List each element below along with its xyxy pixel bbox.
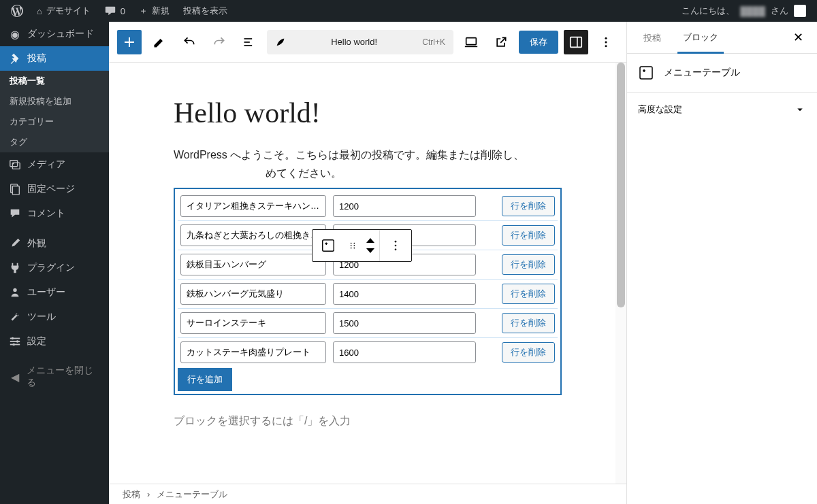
menu-table-row: 行を削除 [178,309,558,338]
menu-plugins[interactable]: プラグイン [0,256,109,280]
delete-row-button[interactable]: 行を削除 [502,254,555,275]
save-button[interactable]: 保存 [519,31,558,54]
site-home[interactable]: ⌂ デモサイト [31,0,96,22]
view-post[interactable]: 投稿を表示 [178,0,233,22]
comments-link[interactable]: 0 [99,0,131,22]
svg-rect-16 [571,37,582,47]
admin-sidebar: ◉ ダッシュボード 投稿 投稿一覧 新規投稿を追加 カテゴリー タグ メディア … [0,22,109,504]
svg-point-29 [395,245,397,247]
undo-button[interactable] [177,30,202,54]
menu-name-input[interactable] [180,224,326,246]
table-plus-icon [321,238,336,253]
block-appender-hint[interactable]: ブロックを選択するには「/」を入力 [174,414,562,429]
delete-row-button[interactable]: 行を削除 [502,342,555,363]
menu-posts[interactable]: 投稿 [0,46,109,71]
svg-point-5 [13,288,16,292]
advanced-settings-toggle[interactable]: 高度な設定 [627,92,817,127]
menu-users[interactable]: ユーザー [0,280,109,305]
settings-panel: 投稿 ブロック ✕ メニューテーブル 高度な設定 [626,22,817,504]
menu-table-row: 行を削除 [178,192,558,221]
post-title[interactable]: Hello world! [174,97,562,129]
menu-name-input[interactable] [180,283,326,305]
svg-rect-14 [244,45,253,46]
menu-price-input[interactable] [333,341,476,363]
delete-row-button[interactable]: 行を削除 [502,196,555,216]
menu-name-input[interactable] [180,312,326,334]
editor-canvas[interactable]: Hello world! WordPress へようこそ。こちらは最初の投稿です… [109,63,626,504]
delete-row-button[interactable]: 行を削除 [502,313,555,333]
table-plus-icon [638,65,654,81]
menu-dashboard[interactable]: ◉ ダッシュボード [0,22,109,46]
settings-panel-toggle[interactable] [564,30,588,54]
svg-rect-31 [640,67,652,79]
svg-point-19 [605,41,607,43]
delete-row-button[interactable]: 行を削除 [502,225,555,246]
tab-post[interactable]: 投稿 [638,22,667,52]
close-panel-button[interactable]: ✕ [790,29,806,46]
breadcrumb-root[interactable]: 投稿 [123,488,140,501]
add-row-button[interactable]: 行を追加 [178,368,232,391]
close-icon: ✕ [793,30,803,45]
wordpress-logo[interactable] [5,0,29,22]
post-paragraph[interactable]: WordPress へようこそ。こちらは最初の投稿です。編集または削除し、めてく… [174,146,562,182]
menu-pages[interactable]: 固定ページ [0,177,109,201]
list-icon [242,35,256,49]
submenu-tags[interactable]: タグ [0,132,109,152]
move-buttons[interactable] [362,230,379,261]
svg-rect-4 [12,186,19,195]
svg-rect-21 [323,240,334,252]
plugin-icon [8,261,22,275]
user-avatar[interactable] [794,5,806,17]
menu-name-input[interactable] [180,254,326,275]
menu-table-row: 行を削除 [178,280,558,309]
menu-price-input[interactable] [333,195,476,217]
block-toolbar [312,229,412,262]
menu-table-block[interactable]: 行を削除行を削除行を削除行を削除行を削除行を削除行を追加 [174,188,562,395]
kebab-icon [389,239,402,252]
menu-media[interactable]: メディア [0,152,109,177]
svg-point-26 [351,248,352,249]
menu-name-input[interactable] [180,195,326,217]
tab-block[interactable]: ブロック [677,22,724,54]
breadcrumb-current[interactable]: メニューテーブル [157,488,227,501]
menu-appearance[interactable]: 外観 [0,231,109,256]
document-title-bar[interactable]: Hello world! Ctrl+K [267,30,453,54]
options-button[interactable] [594,30,618,54]
block-breadcrumb: 投稿 › メニューテーブル [109,484,626,504]
scrollbar[interactable] [615,63,626,484]
delete-row-button[interactable]: 行を削除 [502,284,555,304]
username[interactable]: ████ [740,6,765,16]
svg-point-22 [351,243,352,244]
redo-icon [212,35,226,49]
redo-button[interactable] [207,30,231,54]
menu-settings[interactable]: 設定 [0,329,109,354]
menu-tools[interactable]: ツール [0,305,109,329]
svg-point-27 [353,248,355,249]
edit-mode-button[interactable] [147,30,172,54]
block-options-button[interactable] [380,230,411,261]
menu-price-input[interactable] [333,312,476,334]
svg-rect-13 [244,41,250,43]
add-block-button[interactable] [117,30,142,54]
plus-icon: ＋ [139,5,148,17]
editor-toolbar: Hello world! Ctrl+K 保存 [109,22,626,63]
menu-price-input[interactable] [333,283,476,305]
block-type-button[interactable] [313,230,344,261]
menu-name-input[interactable] [180,341,326,363]
submenu-posts-list[interactable]: 投稿一覧 [0,71,109,91]
kebab-icon [599,35,613,49]
svg-point-11 [12,343,15,346]
submenu-posts-new[interactable]: 新規投稿を追加 [0,91,109,112]
menu-collapse[interactable]: ◀ メニューを閉じる [0,359,109,394]
collapse-icon: ◀ [8,370,21,384]
outline-button[interactable] [237,30,261,54]
menu-comments[interactable]: コメント [0,201,109,226]
preview-button[interactable] [459,30,483,54]
block-card: メニューテーブル [627,54,817,92]
drag-handle[interactable] [344,230,362,261]
submenu-categories[interactable]: カテゴリー [0,112,109,132]
view-link-button[interactable] [489,30,513,54]
new-content[interactable]: ＋ 新規 [133,0,175,22]
menu-table-row: 行を削除 [178,338,558,367]
users-icon [8,286,22,299]
